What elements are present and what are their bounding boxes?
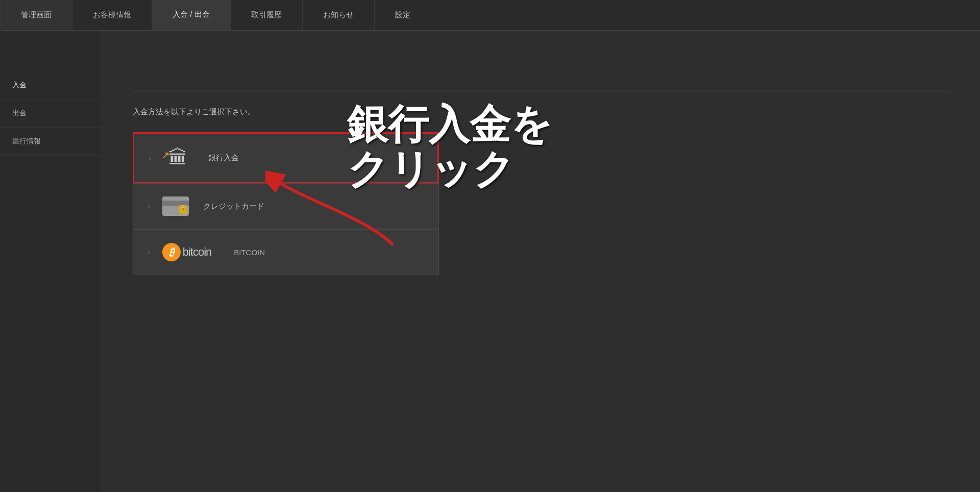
sidebar-item-withdrawal[interactable]: 出金 [0, 100, 102, 128]
credit-card-icon-container [162, 196, 189, 216]
nav-settings[interactable]: 設定 [375, 0, 431, 30]
credit-card-label: クレジットカード [203, 202, 264, 211]
payment-options-list: › ↗ 🏛 銀行入金 › クレジットカード › [133, 132, 439, 275]
bitcoin-wordmark: bitcoin [183, 245, 212, 259]
nav-history[interactable]: 取引履歴 [231, 0, 303, 30]
bitcoin-icon-container: ₿ bitcoin [162, 243, 212, 261]
chevron-right-icon: › [149, 154, 151, 162]
nav-deposit-withdrawal[interactable]: 入金 / 出金 [152, 0, 231, 30]
section-header: 入金方法を以下よりご選択下さい。 [133, 107, 949, 117]
chevron-right-icon-btc: › [148, 248, 150, 256]
payment-option-credit-card[interactable]: › クレジットカード [133, 183, 439, 229]
main-wrapper: 入金 出金 銀行情報 入金方法を以下よりご選択下さい。 › ↗ 🏛 銀行入金 [0, 31, 980, 492]
payment-option-bank-transfer[interactable]: › ↗ 🏛 銀行入金 [133, 132, 439, 183]
bank-icon: ↗ 🏛 [163, 145, 194, 170]
building-icon: 🏛 [168, 147, 188, 169]
sidebar-item-bank-info[interactable]: 銀行情報 [0, 128, 102, 156]
chevron-right-icon-cc: › [148, 202, 150, 210]
nav-admin[interactable]: 管理画面 [0, 0, 72, 30]
sidebar: 入金 出金 銀行情報 [0, 31, 102, 492]
nav-customer[interactable]: お客様情報 [72, 0, 152, 30]
payment-option-bitcoin[interactable]: › ₿ bitcoin BITCOIN [133, 229, 439, 275]
bank-transfer-label: 銀行入金 [208, 153, 239, 163]
section-description: 入金方法を以下よりご選択下さい。 [133, 107, 949, 117]
bitcoin-b-icon: ₿ [162, 243, 181, 261]
content-spacer [133, 51, 949, 92]
bitcoin-label: BITCOIN [234, 248, 265, 257]
main-content: 入金方法を以下よりご選択下さい。 › ↗ 🏛 銀行入金 › [102, 31, 980, 492]
lock-icon [179, 205, 187, 214]
nav-news[interactable]: お知らせ [303, 0, 375, 30]
sidebar-item-deposit[interactable]: 入金 [0, 71, 102, 100]
arrow-curve-icon: ↗ [161, 149, 170, 161]
credit-card-icon [162, 196, 189, 216]
top-navigation: 管理画面 お客様情報 入金 / 出金 取引履歴 お知らせ 設定 [0, 0, 980, 31]
bitcoin-logo: ₿ bitcoin [162, 243, 212, 261]
